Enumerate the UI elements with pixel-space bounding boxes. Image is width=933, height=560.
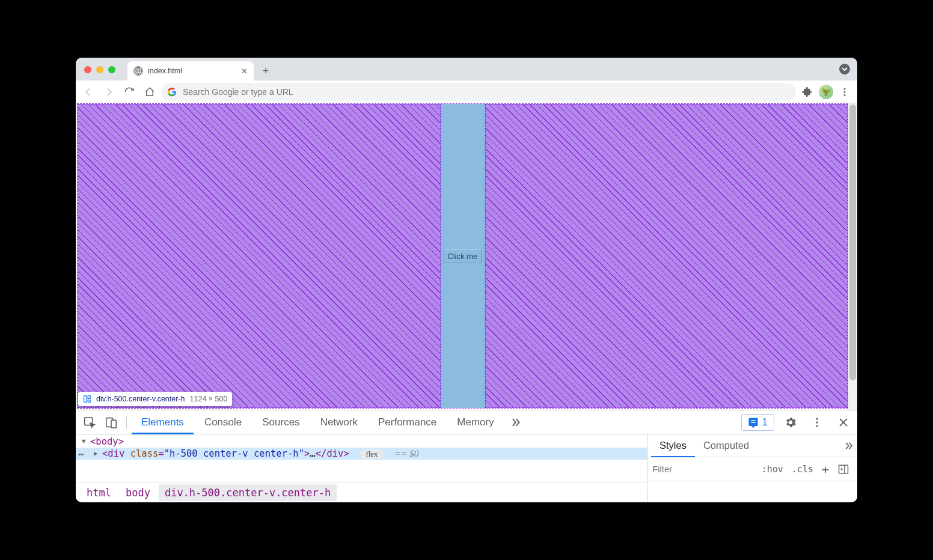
extensions-button[interactable]	[798, 83, 816, 101]
maximize-window-button[interactable]	[108, 66, 115, 73]
close-devtools-icon[interactable]	[833, 412, 854, 433]
svg-rect-5	[88, 396, 90, 399]
breadcrumb-div[interactable]: div.h-500.center-v.center-h	[159, 484, 337, 501]
element-tooltip: div.h-500.center-v.center-h 1124 × 500	[78, 392, 232, 406]
kebab-menu-icon[interactable]	[807, 412, 827, 433]
click-me-button[interactable]: Click me	[444, 249, 482, 263]
svg-rect-6	[88, 400, 90, 403]
styles-filter-input[interactable]	[652, 464, 756, 474]
hov-toggle[interactable]: :hov	[759, 463, 786, 476]
tab-styles[interactable]: Styles	[651, 434, 695, 457]
new-rule-button[interactable]: +	[819, 461, 832, 478]
svg-point-13	[816, 421, 818, 423]
cls-toggle[interactable]: .cls	[789, 463, 816, 476]
page-viewport: Click me div.h-500.center-v.center-h 112…	[76, 103, 857, 410]
devtools-tabbar: Elements Console Sources Network Perform…	[76, 410, 857, 434]
inspect-icon[interactable]	[79, 412, 100, 433]
devtools-body: ▼ <body> ▶ <div class="h-500 center-v ce…	[76, 434, 857, 502]
close-tab-icon[interactable]: ✕	[241, 67, 248, 76]
flex-free-space-left	[78, 104, 441, 408]
breadcrumb-html[interactable]: html	[81, 484, 117, 501]
dom-tree[interactable]: ▼ <body> ▶ <div class="h-500 center-v ce…	[76, 434, 647, 482]
issues-count: 1	[762, 416, 768, 428]
tab-strip: index.html ✕ +	[76, 58, 857, 81]
omnibox-input[interactable]	[183, 87, 790, 97]
page-content: Click me div.h-500.center-v.center-h 112…	[76, 103, 848, 410]
elements-panel: ▼ <body> ▶ <div class="h-500 center-v ce…	[76, 434, 647, 502]
browser-tab[interactable]: index.html ✕	[127, 61, 254, 81]
svg-rect-4	[84, 396, 87, 403]
svg-point-12	[816, 418, 818, 419]
dom-node-div[interactable]: ▶ <div class="h-500 center-v center-h">……	[76, 448, 647, 460]
svg-point-14	[816, 425, 818, 427]
scrollbar-thumb[interactable]	[849, 105, 856, 380]
tab-console[interactable]: Console	[195, 410, 251, 434]
breadcrumb-body[interactable]: body	[120, 484, 156, 501]
tab-network[interactable]: Network	[311, 410, 367, 434]
browser-toolbar: 🦖	[76, 81, 857, 103]
new-tab-button[interactable]: +	[257, 62, 274, 79]
tooltip-selector: div.h-500.center-v.center-h	[96, 395, 185, 403]
svg-point-2	[844, 91, 846, 93]
devtools-panel: Elements Console Sources Network Perform…	[76, 410, 857, 502]
tab-title: index.html	[148, 67, 182, 75]
layout-icon	[83, 395, 91, 403]
device-toggle-icon[interactable]	[101, 412, 121, 433]
tab-memory[interactable]: Memory	[447, 410, 503, 434]
tab-sources[interactable]: Sources	[252, 410, 309, 434]
more-styles-tabs-icon[interactable]	[843, 440, 854, 451]
toggle-sidebar-icon[interactable]	[834, 462, 852, 476]
profile-avatar[interactable]: 🦖	[819, 85, 833, 99]
reload-button[interactable]	[120, 83, 138, 101]
svg-point-3	[844, 94, 846, 96]
settings-icon[interactable]	[780, 412, 801, 433]
expand-arrow-icon[interactable]: ▶	[94, 449, 98, 457]
tab-performance[interactable]: Performance	[369, 410, 446, 434]
minimize-window-button[interactable]	[96, 66, 103, 73]
svg-rect-11	[751, 422, 756, 423]
browser-window: index.html ✕ + 🦖	[76, 58, 857, 502]
vertical-scrollbar[interactable]	[848, 103, 857, 410]
styles-tabs: Styles Computed	[647, 434, 857, 457]
dollar-zero: == $0	[394, 448, 418, 458]
flex-item-highlight: Click me	[441, 104, 485, 408]
flex-free-space-right	[485, 104, 848, 408]
styles-panel: Styles Computed :hov .cls +	[647, 434, 857, 502]
address-bar[interactable]	[161, 83, 796, 101]
svg-rect-10	[751, 420, 756, 421]
flex-container-overlay: Click me	[77, 103, 848, 409]
globe-icon	[133, 66, 143, 76]
dom-breadcrumbs: html body div.h-500.center-v.center-h	[76, 482, 647, 502]
tab-computed[interactable]: Computed	[695, 434, 757, 457]
tab-search-icon[interactable]	[839, 64, 850, 75]
svg-rect-9	[111, 420, 116, 428]
forward-button[interactable]	[100, 83, 118, 101]
dom-node-body[interactable]: ▼ <body>	[76, 436, 647, 448]
google-icon	[167, 87, 177, 97]
close-window-button[interactable]	[84, 66, 91, 73]
tab-elements[interactable]: Elements	[132, 410, 194, 434]
flex-badge[interactable]: flex	[360, 449, 383, 458]
styles-toolbar: :hov .cls +	[647, 457, 857, 481]
chrome-menu-button[interactable]	[836, 83, 854, 101]
issues-badge[interactable]: 1	[741, 414, 774, 431]
window-controls	[84, 66, 115, 73]
home-button[interactable]	[141, 83, 159, 101]
tooltip-dimensions: 1124 × 500	[190, 395, 228, 403]
more-tabs-icon[interactable]	[505, 412, 525, 433]
svg-rect-15	[839, 465, 848, 473]
svg-point-1	[844, 88, 846, 90]
expand-arrow-icon[interactable]: ▼	[82, 437, 86, 445]
back-button[interactable]	[79, 83, 97, 101]
